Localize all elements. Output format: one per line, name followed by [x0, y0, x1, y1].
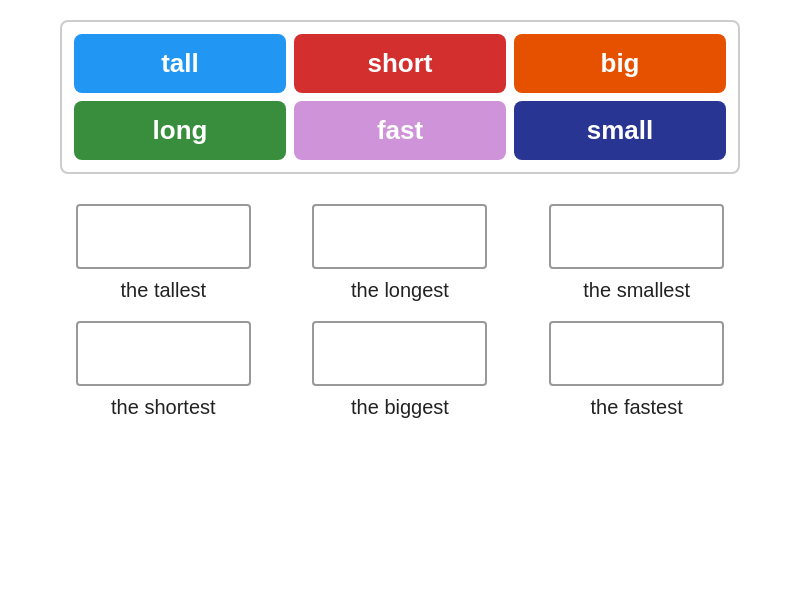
drop-label-fastest: the fastest — [591, 394, 683, 420]
drop-box-longest[interactable] — [312, 204, 487, 269]
drop-item-tallest: the tallest — [60, 204, 267, 303]
word-tile-big[interactable]: big — [514, 34, 726, 93]
drop-label-shortest: the shortest — [111, 394, 216, 420]
drop-item-longest: the longest — [297, 204, 504, 303]
drop-label-biggest: the biggest — [351, 394, 449, 420]
word-tile-small[interactable]: small — [514, 101, 726, 160]
drop-label-longest: the longest — [351, 277, 449, 303]
drop-item-fastest: the fastest — [533, 321, 740, 420]
drop-label-smallest: the smallest — [583, 277, 690, 303]
word-bank: tallshortbiglongfastsmall — [60, 20, 740, 174]
drop-item-smallest: the smallest — [533, 204, 740, 303]
drop-box-fastest[interactable] — [549, 321, 724, 386]
word-tile-tall[interactable]: tall — [74, 34, 286, 93]
drop-box-tallest[interactable] — [76, 204, 251, 269]
drop-box-smallest[interactable] — [549, 204, 724, 269]
drop-item-shortest: the shortest — [60, 321, 267, 420]
drop-box-shortest[interactable] — [76, 321, 251, 386]
drop-box-biggest[interactable] — [312, 321, 487, 386]
word-tile-fast[interactable]: fast — [294, 101, 506, 160]
word-tile-long[interactable]: long — [74, 101, 286, 160]
word-tile-short[interactable]: short — [294, 34, 506, 93]
drop-label-tallest: the tallest — [121, 277, 207, 303]
drop-grid: the tallestthe longestthe smallestthe sh… — [60, 204, 740, 420]
drop-item-biggest: the biggest — [297, 321, 504, 420]
